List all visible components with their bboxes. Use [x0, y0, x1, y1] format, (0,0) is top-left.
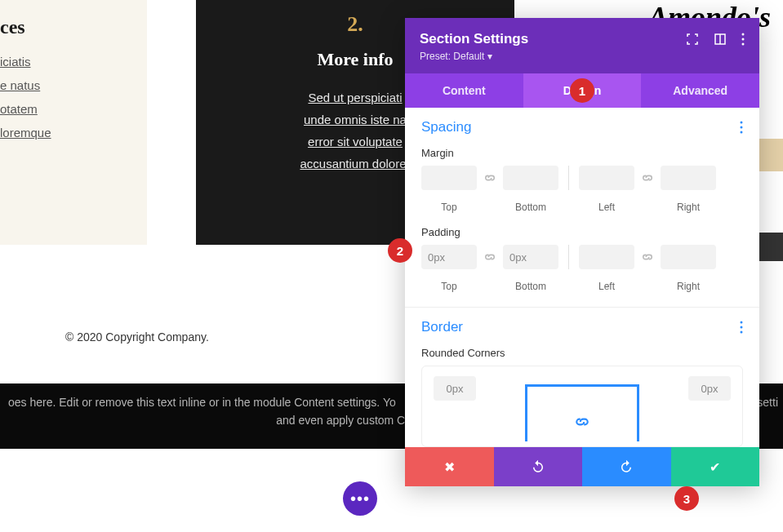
svg-point-7 — [741, 131, 743, 134]
annotation-marker-3: 3 — [674, 486, 699, 511]
redo-icon — [619, 459, 634, 474]
border-more-icon[interactable] — [740, 321, 743, 334]
undo-icon — [531, 459, 545, 474]
focus-icon[interactable] — [686, 33, 699, 46]
bottom-label: Bottom — [503, 202, 558, 213]
panel-footer: ✖ ✔ — [405, 447, 759, 486]
right-label: Right — [661, 202, 716, 213]
corner-tl-input[interactable] — [434, 376, 476, 401]
footer-text: oes here. Edit or remove this text inlin… — [8, 396, 396, 409]
panel-title: Section Settings — [420, 31, 528, 47]
more-vert-icon[interactable] — [741, 33, 745, 46]
margin-bottom-input[interactable] — [503, 166, 558, 190]
link-icon[interactable] — [639, 172, 656, 184]
link-icon[interactable] — [482, 251, 498, 263]
padding-left-input[interactable] — [579, 245, 634, 269]
footer-text-right: setti — [757, 396, 778, 409]
bg-left-heading: ces — [0, 16, 147, 38]
preset-dropdown[interactable]: Preset: Default ▾ — [405, 51, 759, 73]
link-icon[interactable] — [482, 172, 498, 184]
svg-point-8 — [741, 321, 743, 324]
svg-point-4 — [742, 43, 745, 46]
margin-top-input[interactable] — [421, 166, 477, 190]
corner-preview — [525, 384, 639, 441]
left-label: Left — [579, 281, 634, 292]
bottom-label: Bottom — [503, 281, 558, 292]
padding-right-input[interactable] — [661, 245, 716, 269]
top-label: Top — [421, 281, 477, 292]
margin-left-input[interactable] — [579, 166, 634, 190]
padding-label: Padding — [421, 226, 743, 238]
fab-more-button[interactable]: ••• — [343, 481, 377, 516]
svg-point-3 — [742, 38, 745, 41]
svg-point-9 — [741, 326, 743, 329]
margin-label: Margin — [421, 147, 743, 159]
bg-tan-strip — [756, 139, 783, 171]
top-label: Top — [421, 202, 477, 213]
corner-tr-input[interactable] — [688, 376, 731, 401]
layout-icon[interactable] — [714, 33, 727, 46]
copyright-text: © 2020 Copyright Company. — [65, 330, 209, 344]
spacing-more-icon[interactable] — [740, 121, 743, 134]
close-icon: ✖ — [444, 459, 455, 475]
tab-content[interactable]: Content — [405, 73, 523, 108]
border-toggle[interactable]: Border — [421, 319, 463, 335]
spacing-toggle[interactable]: Spacing — [421, 119, 471, 135]
divider — [568, 245, 569, 269]
ellipsis-icon: ••• — [350, 490, 370, 508]
bg-link[interactable]: iciatis — [0, 51, 147, 73]
close-button[interactable]: ✖ — [405, 447, 494, 486]
svg-point-2 — [742, 33, 745, 36]
bg-dark-strip — [759, 233, 783, 261]
bg-left-links: iciatis e natus otatem loremque — [0, 51, 147, 144]
corner-link-icon[interactable] — [575, 415, 589, 429]
bg-left-column: ces iciatis e natus otatem loremque — [0, 0, 147, 245]
border-section: Border Rounded Corners — [405, 308, 759, 447]
redo-button[interactable] — [582, 447, 671, 486]
bg-link[interactable]: loremque — [0, 122, 147, 144]
chevron-down-icon: ▾ — [487, 51, 492, 62]
padding-bottom-input[interactable] — [503, 245, 558, 269]
bg-link[interactable]: e natus — [0, 74, 147, 96]
tab-advanced[interactable]: Advanced — [641, 73, 759, 108]
divider — [568, 166, 569, 190]
spacing-section: Spacing Margin Top — [405, 108, 759, 308]
left-label: Left — [579, 202, 634, 213]
svg-point-10 — [741, 331, 743, 334]
panel-body: Spacing Margin Top — [405, 108, 759, 447]
rounded-corners-control — [421, 366, 743, 447]
padding-top-input[interactable] — [421, 245, 477, 269]
annotation-marker-1: 1 — [570, 78, 594, 103]
link-icon[interactable] — [639, 251, 656, 263]
margin-right-input[interactable] — [661, 166, 716, 190]
annotation-marker-2: 2 — [388, 238, 412, 263]
undo-button[interactable] — [494, 447, 583, 486]
right-label: Right — [661, 281, 716, 292]
check-icon: ✔ — [710, 459, 720, 475]
bg-link[interactable]: otatem — [0, 98, 147, 120]
rounded-corners-label: Rounded Corners — [421, 347, 743, 359]
svg-point-6 — [741, 126, 743, 129]
svg-point-5 — [741, 122, 743, 124]
save-button[interactable]: ✔ — [671, 447, 760, 486]
